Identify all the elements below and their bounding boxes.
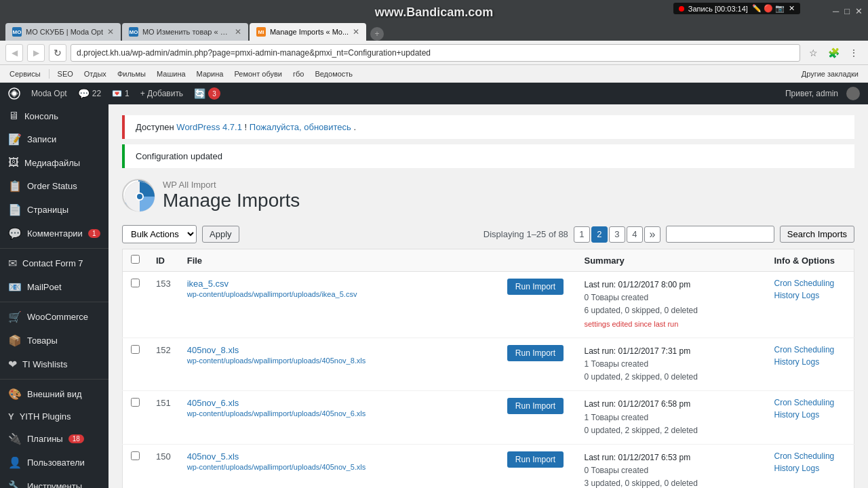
row-1-history-link[interactable]: History Logs bbox=[774, 357, 846, 367]
bookmark-films[interactable]: Фильмы bbox=[113, 68, 150, 79]
col-header-summary[interactable]: Summary bbox=[576, 249, 766, 272]
row-2-summary-line1: 1 Товары created bbox=[585, 413, 649, 422]
col-header-id[interactable]: ID bbox=[148, 249, 179, 272]
bookmark-marina[interactable]: Марина bbox=[193, 68, 228, 79]
row-1-filepath[interactable]: wp-content/uploads/wpallimport/uploads/4… bbox=[187, 357, 366, 365]
tab-2-close[interactable]: ✕ bbox=[235, 27, 241, 37]
sidebar-item-comments[interactable]: 💬 Комментарии 1 bbox=[0, 222, 108, 245]
bookmark-star[interactable]: ☆ bbox=[804, 44, 822, 62]
window-maximize[interactable]: □ bbox=[844, 6, 850, 16]
row-2-run-import-btn[interactable]: Run Import bbox=[507, 398, 564, 414]
row-3-filename[interactable]: 405nov_5.xls bbox=[187, 451, 487, 462]
col-header-file[interactable]: File bbox=[179, 249, 495, 272]
page-2[interactable]: 2 bbox=[591, 226, 608, 243]
sidebar-item-users[interactable]: 👤 Пользователи bbox=[0, 451, 108, 474]
row-0-summary-warning: settings edited since last run bbox=[585, 320, 679, 328]
sidebar-item-contact-form[interactable]: ✉ Contact Form 7 bbox=[0, 251, 108, 275]
row-1-cron-link[interactable]: Cron Scheduling bbox=[774, 345, 846, 354]
toolbar-right: Displaying 1–25 of 88 1 2 3 4 » Search I… bbox=[484, 226, 854, 243]
sidebar-item-tools[interactable]: 🔧 Инструменты bbox=[0, 474, 108, 488]
row-3-cron-link[interactable]: Cron Scheduling bbox=[774, 451, 846, 461]
bookmark-gbo[interactable]: гбо bbox=[289, 68, 308, 79]
sidebar-item-pages[interactable]: 📄 Страницы bbox=[0, 198, 108, 222]
sidebar-item-media[interactable]: 🖼 Медиафайлы bbox=[0, 151, 108, 174]
sidebar-item-yith[interactable]: Y YITH Plugins bbox=[0, 406, 108, 427]
bookmark-car[interactable]: Машина bbox=[153, 68, 190, 79]
row-0-checkbox[interactable] bbox=[131, 279, 140, 287]
page-1[interactable]: 1 bbox=[574, 226, 590, 243]
page-next[interactable]: » bbox=[644, 226, 660, 243]
bookmark-vedomost[interactable]: Ведомость bbox=[311, 68, 357, 79]
wp-logo-btn[interactable] bbox=[8, 87, 20, 100]
page-4[interactable]: 4 bbox=[627, 226, 643, 243]
add-new-btn[interactable]: + Добавить bbox=[140, 89, 183, 98]
row-0-run-import-btn[interactable]: Run Import bbox=[507, 279, 564, 295]
updates-count: 3 bbox=[208, 87, 220, 100]
recording-controls[interactable]: ✏️ 🔴 📷 bbox=[752, 4, 785, 13]
apply-button[interactable]: Apply bbox=[202, 226, 239, 243]
sidebar-item-posts[interactable]: 📝 Записи bbox=[0, 127, 108, 151]
sidebar-label-comments: Комментарии bbox=[27, 228, 83, 239]
row-2-history-link[interactable]: History Logs bbox=[774, 410, 846, 420]
sidebar-item-products[interactable]: 📦 Товары bbox=[0, 329, 108, 352]
site-name-btn[interactable]: Moda Opt bbox=[31, 89, 67, 98]
nav-extensions[interactable]: 🧩 bbox=[825, 44, 842, 62]
new-tab-btn[interactable]: + bbox=[370, 27, 384, 41]
sidebar-item-plugins[interactable]: 🔌 Плагины 18 bbox=[0, 427, 108, 451]
tab-3-close[interactable]: ✕ bbox=[353, 27, 359, 37]
updates-btn[interactable]: 🔄 3 bbox=[194, 87, 220, 100]
admin-comments-btn[interactable]: 💬 22 bbox=[78, 88, 101, 99]
sidebar-item-appearance[interactable]: 🎨 Внешний вид bbox=[0, 382, 108, 406]
row-1-filename[interactable]: 405nov_8.xls bbox=[187, 345, 487, 355]
row-2-filename[interactable]: 405nov_6.xls bbox=[187, 398, 487, 408]
select-all-checkbox[interactable] bbox=[131, 255, 140, 264]
sidebar-item-woocommerce[interactable]: 🛒 WooCommerce bbox=[0, 305, 108, 329]
row-1-checkbox[interactable] bbox=[131, 345, 140, 354]
nav-forward[interactable]: ▶ bbox=[27, 44, 45, 62]
nav-reload[interactable]: ↻ bbox=[49, 44, 66, 62]
col-header-info[interactable]: Info & Options bbox=[766, 249, 854, 272]
sidebar-item-ti-wishlists[interactable]: ❤ TI Wishlists bbox=[0, 352, 108, 376]
tab-1-close[interactable]: ✕ bbox=[107, 27, 114, 37]
row-0-cron-link[interactable]: Cron Scheduling bbox=[774, 279, 846, 288]
address-bar[interactable] bbox=[71, 44, 800, 62]
row-1-info: Cron Scheduling History Logs bbox=[766, 338, 854, 391]
admin-avatar[interactable] bbox=[846, 87, 860, 100]
browser-tab-1[interactable]: МО МО СКУББ | Moda Opt ✕ bbox=[5, 23, 121, 41]
bookmark-seo[interactable]: SEO bbox=[54, 68, 77, 79]
sidebar-item-order-status[interactable]: 📋 Order Status bbox=[0, 174, 108, 198]
sidebar-item-console[interactable]: 🖥 Консоль bbox=[0, 104, 108, 127]
update-link-wp[interactable]: WordPress 4.7.1 bbox=[176, 122, 242, 132]
browser-tab-2[interactable]: МО МО Изменить товар « Moda... ✕ bbox=[122, 23, 248, 41]
nav-back[interactable]: ◀ bbox=[5, 44, 23, 62]
admin-messages-btn[interactable]: 💌 1 bbox=[112, 89, 130, 98]
browser-tab-3[interactable]: MI Manage Imports « Mo... ✕ bbox=[250, 23, 366, 41]
sidebar-item-mailpoet[interactable]: 📧 MailPoet bbox=[0, 275, 108, 299]
row-3-filepath[interactable]: wp-content/uploads/wpallimport/uploads/4… bbox=[187, 463, 366, 471]
row-0-filepath[interactable]: wp-content/uploads/wpallimport/uploads/i… bbox=[187, 290, 357, 298]
tools-icon: 🔧 bbox=[8, 480, 22, 488]
row-3-checkbox[interactable] bbox=[131, 451, 140, 460]
row-2-checkbox[interactable] bbox=[131, 398, 140, 407]
window-close[interactable]: ✕ bbox=[855, 6, 863, 16]
row-1-run-import-btn[interactable]: Run Import bbox=[507, 345, 564, 361]
search-input[interactable] bbox=[666, 226, 774, 243]
bookmark-other[interactable]: Другие закладки bbox=[797, 68, 863, 79]
row-0-history-link[interactable]: History Logs bbox=[774, 291, 846, 300]
bookmark-repair[interactable]: Ремонт обуви bbox=[230, 68, 286, 79]
recording-close[interactable]: ✕ bbox=[789, 4, 795, 13]
plugins-badge: 18 bbox=[68, 434, 84, 443]
page-3[interactable]: 3 bbox=[609, 226, 625, 243]
row-2-filepath[interactable]: wp-content/uploads/wpallimport/uploads/4… bbox=[187, 409, 366, 418]
search-imports-button[interactable]: Search Imports bbox=[780, 226, 854, 243]
row-3-run-import-btn[interactable]: Run Import bbox=[507, 451, 564, 468]
bookmark-services[interactable]: Сервисы bbox=[5, 68, 45, 79]
bulk-actions-select[interactable]: Bulk Actions bbox=[122, 225, 197, 243]
row-2-cron-link[interactable]: Cron Scheduling bbox=[774, 398, 846, 407]
row-0-filename[interactable]: ikea_5.csv bbox=[187, 279, 487, 289]
row-3-history-link[interactable]: History Logs bbox=[774, 464, 846, 473]
update-link-please[interactable]: Пожалуйста, обновитесь bbox=[250, 122, 351, 132]
window-minimize[interactable]: ─ bbox=[833, 6, 839, 16]
bookmark-vacation[interactable]: Отдых bbox=[80, 68, 111, 79]
nav-menu[interactable]: ⋮ bbox=[845, 44, 863, 62]
